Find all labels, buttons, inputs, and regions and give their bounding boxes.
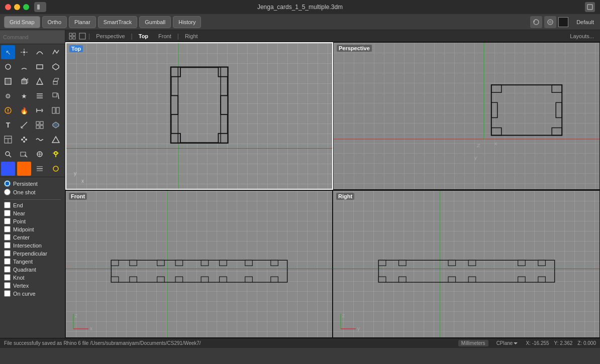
grid-icon[interactable] <box>67 31 77 41</box>
oneshot-radio[interactable]: One shot <box>4 189 61 195</box>
dots-tool[interactable] <box>17 133 31 147</box>
viewport-perspective[interactable]: Perspective Z x y <box>333 42 600 190</box>
svg-rect-130 <box>538 277 545 283</box>
color-picker[interactable] <box>558 17 568 27</box>
svg-point-48 <box>25 139 27 141</box>
sidebar: ↖ <box>0 30 65 338</box>
snap-end[interactable]: End <box>4 202 61 208</box>
svg-rect-16 <box>22 80 27 84</box>
tab-top[interactable]: Top <box>134 32 153 40</box>
transform-tool[interactable]: ⚙ <box>1 89 15 103</box>
svg-rect-98 <box>111 261 119 266</box>
text-tool[interactable]: T <box>1 118 15 132</box>
svg-point-66 <box>53 166 58 171</box>
snap-near[interactable]: Near <box>4 210 61 216</box>
snap-midpoint[interactable]: Midpoint <box>4 226 61 232</box>
full-screen-button[interactable] <box>585 2 595 12</box>
snap-vertex[interactable]: Vertex <box>4 282 61 289</box>
surface-tool[interactable] <box>1 74 15 88</box>
mesh-tool[interactable] <box>33 74 47 88</box>
grid-tool[interactable] <box>33 118 47 132</box>
snap-perpendicular[interactable]: Perpendicular <box>4 250 61 257</box>
smarttrack-button[interactable]: SmartTrack <box>98 16 137 28</box>
rectangle-tool[interactable] <box>33 60 47 74</box>
color-tool-yellow[interactable] <box>49 162 63 176</box>
history-button[interactable]: History <box>173 16 201 28</box>
svg-point-7 <box>23 51 25 53</box>
color-tool-green[interactable] <box>33 162 47 176</box>
default-label: Default <box>576 19 594 25</box>
analysis-tool[interactable] <box>1 103 15 117</box>
triangle-tool[interactable] <box>49 133 63 147</box>
viewport-front[interactable]: Front z x <box>65 190 333 338</box>
snap-knot[interactable]: Knot <box>4 274 61 281</box>
layouts-button[interactable]: Layouts... <box>570 33 598 39</box>
snap-center[interactable]: Center <box>4 234 61 240</box>
svg-rect-41 <box>36 126 39 129</box>
render-tool[interactable] <box>49 118 63 132</box>
snap-oncurve[interactable]: On curve <box>4 290 61 297</box>
svg-rect-125 <box>378 277 386 283</box>
light-tool[interactable] <box>49 147 63 161</box>
grid-snap-button[interactable]: Grid Snap <box>4 16 40 28</box>
polygon-tool[interactable] <box>49 60 63 74</box>
arrow-tool[interactable] <box>33 103 47 117</box>
maximize-button[interactable] <box>23 4 29 10</box>
command-input[interactable] <box>3 34 62 40</box>
cplane-selector[interactable]: CPlane <box>496 340 518 346</box>
persistent-radio[interactable]: Persistent <box>4 180 61 187</box>
units-selector[interactable]: Millimeters <box>458 340 488 346</box>
sidebar-toggle[interactable] <box>34 2 46 12</box>
coord-z: Z: 0.000 <box>577 340 596 346</box>
minimize-button[interactable] <box>14 4 20 10</box>
point-tool[interactable] <box>17 45 31 59</box>
statusbar: File successfully saved as Rhino 6 file … <box>0 338 600 348</box>
planar-button[interactable]: Planar <box>69 16 96 28</box>
polyline-tool[interactable] <box>49 45 63 59</box>
color-tool-orange[interactable] <box>17 162 31 176</box>
single-view-icon[interactable] <box>77 31 87 41</box>
svg-point-52 <box>6 152 10 156</box>
star-tool[interactable]: ★ <box>17 89 31 103</box>
circle-tool[interactable] <box>1 60 15 74</box>
rotate-left-icon[interactable] <box>530 16 542 28</box>
svg-rect-68 <box>73 33 75 36</box>
color-tool-blue[interactable] <box>1 162 15 176</box>
jenga-top-shape <box>120 58 279 153</box>
zoom-tool[interactable] <box>1 147 15 161</box>
svg-line-36 <box>21 122 27 128</box>
svg-rect-74 <box>218 67 228 77</box>
tab-front[interactable]: Front <box>153 32 176 40</box>
solid-tool[interactable] <box>17 74 31 88</box>
svg-line-53 <box>9 155 11 157</box>
snap-tangent[interactable]: Tangent <box>4 258 61 265</box>
snap-intersection[interactable]: Intersection <box>4 242 61 249</box>
zoom-window-tool[interactable] <box>17 147 31 161</box>
arc-tool[interactable] <box>17 60 31 74</box>
layout-tool[interactable] <box>1 133 15 147</box>
curve-tool[interactable] <box>33 45 47 59</box>
snap-point[interactable]: Point <box>4 218 61 224</box>
viewport-top[interactable]: Top y x <box>65 42 333 190</box>
gumball-button[interactable]: Gumball <box>139 16 171 28</box>
extrude-tool[interactable] <box>49 74 63 88</box>
tab-right[interactable]: Right <box>180 32 203 40</box>
pan-tool[interactable] <box>33 147 47 161</box>
ortho-button[interactable]: Ortho <box>42 16 67 28</box>
viewport-front-label: Front <box>69 193 87 200</box>
measure-tool[interactable] <box>17 118 31 132</box>
svg-rect-103 <box>219 261 227 266</box>
snap-quadrant[interactable]: Quadrant <box>4 266 61 273</box>
tab-perspective[interactable]: Perspective <box>91 32 130 40</box>
dimension-tool[interactable] <box>49 89 63 103</box>
viewport-right[interactable]: Right z y <box>333 190 600 338</box>
close-button[interactable] <box>5 4 11 10</box>
right-axis-corner: z y <box>338 311 363 331</box>
split-tool[interactable] <box>49 103 63 117</box>
svg-point-47 <box>21 139 23 141</box>
align-tool[interactable] <box>33 89 47 103</box>
fire-tool[interactable]: 🔥 <box>17 103 31 117</box>
wave-tool[interactable] <box>33 133 47 147</box>
select-tool[interactable]: ↖ <box>1 45 15 59</box>
camera-icon[interactable] <box>544 16 556 28</box>
